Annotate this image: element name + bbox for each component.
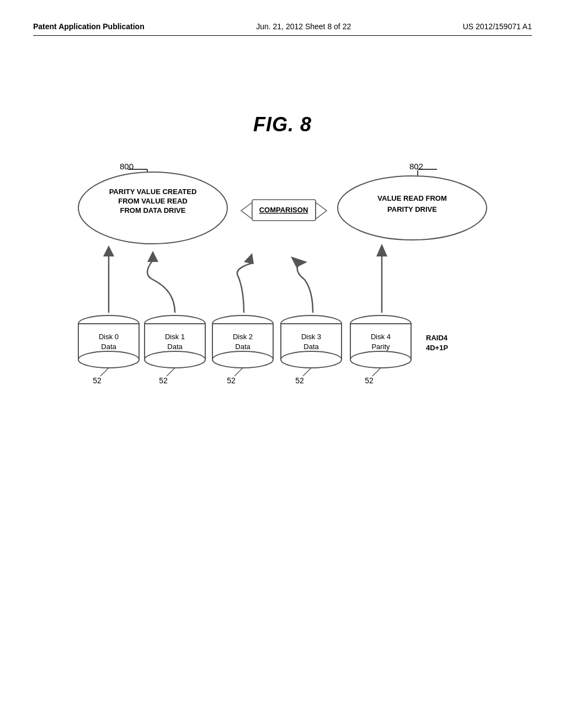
svg-point-26 (78, 351, 139, 368)
svg-text:FROM DATA DRIVE: FROM DATA DRIVE (120, 206, 186, 215)
svg-text:Disk 2: Disk 2 (233, 333, 253, 341)
svg-text:52: 52 (365, 376, 374, 385)
svg-line-51 (100, 368, 109, 376)
svg-text:PARITY VALUE CREATED: PARITY VALUE CREATED (109, 188, 197, 196)
svg-marker-18 (103, 245, 114, 256)
svg-text:Data: Data (167, 342, 183, 351)
svg-marker-13 (316, 202, 327, 219)
svg-line-59 (372, 368, 381, 376)
svg-text:52: 52 (295, 376, 304, 385)
header-patent-number: US 2012/159071 A1 (463, 22, 532, 31)
header-publication-label: Patent Application Publication (33, 22, 145, 31)
page: Patent Application Publication Jun. 21, … (0, 0, 565, 728)
svg-marker-23 (376, 244, 387, 256)
svg-marker-19 (147, 251, 158, 262)
svg-point-36 (212, 351, 273, 368)
svg-text:Disk 3: Disk 3 (301, 333, 321, 341)
svg-point-46 (350, 351, 411, 368)
svg-marker-21 (291, 256, 307, 267)
svg-text:52: 52 (227, 376, 236, 385)
svg-marker-10 (241, 202, 252, 219)
page-header: Patent Application Publication Jun. 21, … (33, 22, 532, 36)
svg-text:Disk 0: Disk 0 (99, 333, 119, 341)
svg-text:52: 52 (159, 376, 168, 385)
figure-title: FIG. 8 (33, 113, 532, 136)
svg-marker-20 (244, 253, 254, 264)
svg-text:PARITY DRIVE: PARITY DRIVE (387, 205, 437, 213)
svg-text:VALUE READ FROM: VALUE READ FROM (377, 194, 446, 202)
svg-text:4D+1P: 4D+1P (426, 344, 448, 352)
svg-text:RAID4: RAID4 (426, 334, 448, 342)
svg-point-41 (281, 351, 342, 368)
svg-text:Disk 1: Disk 1 (165, 333, 185, 341)
svg-line-55 (234, 368, 243, 376)
svg-line-53 (167, 368, 175, 376)
svg-point-31 (145, 351, 205, 368)
svg-text:COMPARISON: COMPARISON (259, 206, 308, 214)
svg-text:FROM VALUE READ: FROM VALUE READ (118, 197, 187, 205)
svg-text:Parity: Parity (371, 342, 390, 351)
header-date-sheet: Jun. 21, 2012 Sheet 8 of 22 (256, 22, 351, 31)
svg-text:Disk 4: Disk 4 (371, 333, 391, 341)
svg-text:Data: Data (303, 342, 319, 351)
svg-text:52: 52 (93, 376, 102, 385)
svg-text:Data: Data (101, 342, 116, 351)
svg-text:Data: Data (235, 342, 250, 351)
diagram: 800 802 PARITY VALUE CREATED FROM VALUE … (56, 158, 509, 390)
svg-line-57 (303, 368, 311, 376)
diagram-svg: 800 802 PARITY VALUE CREATED FROM VALUE … (56, 158, 509, 390)
